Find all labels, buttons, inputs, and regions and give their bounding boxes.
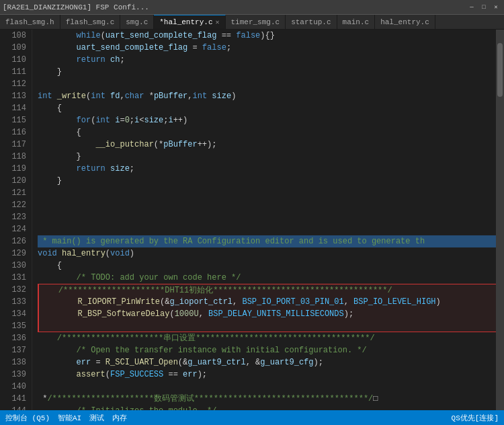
ln-114: 114 (0, 102, 26, 114)
code-line-138: err = R_SCI_UART_Open(&g_uart9_ctrl, &g_… (38, 356, 496, 369)
ln-118: 118 (0, 151, 26, 163)
code-line-136: /*********************串口设置**************… (38, 332, 496, 344)
window-title: [RA2E1_DIANZIZHONG1] FSP Confi... (3, 3, 466, 11)
ln-132: 132 (0, 284, 26, 296)
vertical-scrollbar[interactable] (496, 30, 504, 410)
code-line-120: } (38, 175, 496, 187)
ln-113: 113 (0, 90, 26, 102)
tab-flash-smg-h[interactable]: flash_smg.h (0, 15, 60, 30)
ln-130: 130 (0, 260, 26, 272)
tab-bar: flash_smg.h flash_smg.c smg.c *hal_entry… (0, 15, 504, 30)
ln-131: 131 (0, 272, 26, 284)
code-line-119: return size; (38, 163, 496, 175)
code-line-116: { (38, 126, 496, 139)
ln-126: 126 (0, 235, 26, 247)
ln-108: 108 (0, 30, 26, 42)
ln-112: 112 (0, 78, 26, 90)
ln-141: 141 (0, 393, 26, 405)
ln-140: 140 (0, 381, 26, 393)
ln-122: 122 (0, 199, 26, 211)
code-line-113: int _write(int fd,char *pBuffer,int size… (38, 90, 496, 102)
code-line-123 (38, 211, 496, 223)
ln-111: 111 (0, 66, 26, 78)
status-right: QS优先[连接] (452, 413, 499, 423)
status-test[interactable]: 测试 (89, 413, 104, 423)
code-line-112 (38, 78, 496, 90)
ln-138: 138 (0, 356, 26, 369)
code-line-135 (38, 320, 496, 332)
code-line-140 (38, 381, 496, 393)
code-line-130: { (38, 260, 496, 272)
ln-144: 144 (0, 405, 26, 410)
code-line-111: } (38, 66, 496, 78)
tab-flash-smg-c[interactable]: flash_smg.c (60, 15, 121, 30)
status-left: 控制台 (Q5) 智能AI 测试 内存 (5, 413, 127, 423)
ln-110: 110 (0, 54, 26, 66)
tab-hal-entry-c[interactable]: *hal_entry.c ✕ (154, 15, 225, 30)
ln-116: 116 (0, 126, 26, 139)
status-bar: 控制台 (Q5) 智能AI 测试 内存 QS优先[连接] (0, 410, 504, 425)
code-line-122 (38, 199, 496, 211)
ln-137: 137 (0, 344, 26, 356)
code-line-118: } (38, 151, 496, 163)
code-line-133: R_IOPORT_PinWrite(&g_ioport_ctrl, BSP_IO… (38, 296, 496, 308)
tab-hal-entry-c-2[interactable]: hal_entry.c (375, 15, 435, 30)
code-line-129: void hal_entry(void) (38, 247, 496, 260)
code-lines[interactable]: while(uart_send_complete_flag == false){… (32, 30, 496, 410)
scrollbar-thumb[interactable] (497, 43, 503, 97)
restore-button[interactable]: □ (478, 2, 489, 13)
code-editor: 108 109 110 111 112 113 114 115 116 117 … (0, 30, 504, 410)
code-line-139: assert(FSP_SUCCESS == err); (38, 369, 496, 381)
code-line-137: /* Open the transfer instance with initi… (38, 344, 496, 356)
tab-timer-smg-c[interactable]: timer_smg.c (226, 15, 286, 30)
ln-123: 123 (0, 211, 26, 223)
title-bar: [RA2E1_DIANZIZHONG1] FSP Confi... ─ □ ✕ (0, 0, 504, 15)
code-line-115: for(int i=0;i<size;i++) (38, 114, 496, 126)
status-connection: QS优先[连接] (452, 413, 499, 423)
ln-129: 129 (0, 247, 26, 260)
ln-136: 136 (0, 332, 26, 344)
ln-120: 120 (0, 175, 26, 187)
ln-117: 117 (0, 139, 26, 151)
ln-135: 135 (0, 320, 26, 332)
ln-109: 109 (0, 42, 26, 54)
code-line-109: uart_send_complete_flag = false; (38, 42, 496, 54)
ln-115: 115 (0, 114, 26, 126)
code-line-141: */*********************数码管测试************… (38, 393, 496, 405)
window-controls: ─ □ ✕ (466, 2, 501, 13)
code-line-126: * main() is generated by the RA Configur… (38, 235, 496, 247)
code-line-131: /* TODO: add your own code here */ (38, 272, 496, 284)
ln-124: 124 (0, 223, 26, 235)
code-line-121 (38, 187, 496, 199)
line-numbers: 108 109 110 111 112 113 114 115 116 117 … (0, 30, 32, 410)
code-line-132: /*********************DHT11初始化**********… (38, 284, 496, 296)
code-line-117: __io_putchar(*pBuffer++); (38, 139, 496, 151)
code-line-114: { (38, 102, 496, 114)
minimize-button[interactable]: ─ (466, 2, 477, 13)
tab-smg-c[interactable]: smg.c (120, 15, 154, 30)
code-line-124 (38, 223, 496, 235)
tab-startup-c[interactable]: startup.c (286, 15, 337, 30)
status-ai[interactable]: 智能AI (58, 413, 81, 423)
code-line-108: while(uart_send_complete_flag == false){… (38, 30, 496, 42)
status-memory[interactable]: 内存 (112, 413, 127, 423)
ln-133: 133 (0, 296, 26, 308)
tab-main-c[interactable]: main.c (337, 15, 376, 30)
ln-121: 121 (0, 187, 26, 199)
ln-134: 134 (0, 308, 26, 320)
ln-139: 139 (0, 369, 26, 381)
ln-119: 119 (0, 163, 26, 175)
close-button[interactable]: ✕ (491, 2, 501, 13)
status-console[interactable]: 控制台 (Q5) (5, 413, 50, 423)
code-line-144: /* Initializes the module. */ (38, 405, 496, 410)
code-line-110: return ch; (38, 54, 496, 66)
code-line-134: R_BSP_SoftwareDelay(1000U, BSP_DELAY_UNI… (38, 308, 496, 320)
